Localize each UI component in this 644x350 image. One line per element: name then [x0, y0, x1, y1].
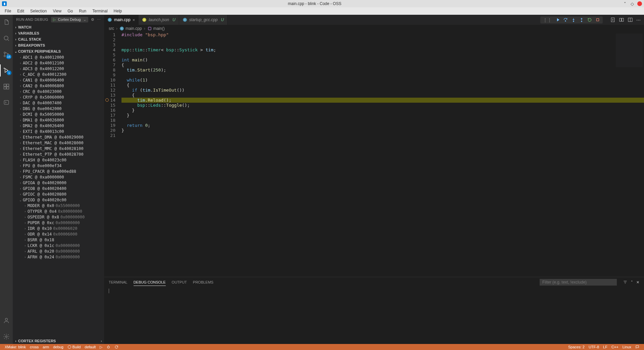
peripheral-dma2[interactable]: ›DMA2 @ 0x40026400 [13, 123, 104, 129]
breadcrumb-file[interactable]: main.cpp [126, 26, 142, 31]
status-cross[interactable]: cross [28, 345, 41, 349]
status-arm[interactable]: arm [41, 345, 51, 349]
menu-selection[interactable]: Selection [28, 8, 49, 14]
peripheral-gpiod[interactable]: ⌄GPIOD @ 0x40020c00 [13, 197, 104, 203]
section-breakpoints[interactable]: › BREAKPOINTS [13, 42, 104, 48]
panel-tab-debug-console[interactable]: DEBUG CONSOLE [134, 279, 166, 286]
section-watch[interactable]: › WATCH [13, 24, 104, 30]
code-content[interactable]: #include "bsp.hpp" mpp::tim::Timer< bsp:… [121, 32, 644, 277]
register-bsrr[interactable]: ›BSRR @ 0x18 [13, 237, 104, 243]
window-close-icon[interactable] [637, 1, 642, 6]
status-feedback-icon[interactable] [633, 345, 641, 349]
breadcrumb-folder[interactable]: src [109, 26, 114, 31]
status-eol[interactable]: LF [601, 345, 609, 349]
settings-gear-icon[interactable] [0, 331, 13, 343]
filter-input[interactable] [540, 279, 617, 286]
editor-body[interactable]: 123456789101112131415161718192021 #inclu… [104, 32, 644, 277]
extra-view-icon[interactable] [0, 97, 13, 109]
step-over-icon[interactable] [563, 17, 568, 22]
register-idr[interactable]: ›IDR @ 0x100x00006020 [13, 226, 104, 231]
section-peripherals[interactable]: ⌄ CORTEX PERIPHERALS [13, 48, 104, 54]
peripheral-fpu_cpacr[interactable]: ›FPU_CPACR @ 0xe000ed88 [13, 168, 104, 174]
status-xmake[interactable]: XMake: blink [3, 345, 28, 349]
peripheral-dac[interactable]: ›DAC @ 0x40007400 [13, 100, 104, 106]
peripheral-dma1[interactable]: ›DMA1 @ 0x40026000 [13, 117, 104, 123]
peripheral-ethernet_ptp[interactable]: ›Ethernet_PTP @ 0x40028700 [13, 151, 104, 157]
peripheral-ethernet_mmc[interactable]: ›Ethernet_MMC @ 0x40028100 [13, 146, 104, 151]
peripheral-gpioa[interactable]: ›GPIOA @ 0x40020000 [13, 180, 104, 186]
section-call-stack[interactable]: › CALL STACK [13, 36, 104, 42]
search-icon[interactable] [0, 32, 13, 44]
peripheral-flash[interactable]: ›FLASH @ 0x40023c00 [13, 157, 104, 163]
peripheral-dcmi[interactable]: ›DCMI @ 0x50050000 [13, 111, 104, 117]
collapse-panel-icon[interactable]: ˄ [631, 280, 633, 285]
peripheral-can1[interactable]: ›CAN1 @ 0x40006400 [13, 77, 104, 83]
tab-launch-json[interactable]: {}launch.jsonU [139, 15, 179, 25]
breadcrumb-function[interactable]: main() [153, 26, 165, 31]
peripheral-ethernet_dma[interactable]: ›Ethernet_DMA @ 0x40029000 [13, 134, 104, 140]
close-icon[interactable]: × [133, 17, 135, 22]
peripheral-fpu[interactable]: ›FPU @ 0xe000ef34 [13, 163, 104, 168]
close-panel-icon[interactable]: ✕ [636, 280, 639, 285]
peripheral-exti[interactable]: ›EXTI @ 0x40013c00 [13, 129, 104, 134]
status-bug-icon[interactable] [104, 345, 112, 349]
export-icon[interactable] [610, 17, 615, 22]
continue-icon[interactable] [555, 17, 560, 22]
gutter[interactable]: 123456789101112131415161718192021 [104, 32, 121, 277]
maximize-icon[interactable]: ◇ [630, 1, 635, 6]
register-lckr[interactable]: ›LCKR @ 0x1c0x00000000 [13, 243, 104, 248]
debug-console-output[interactable] [104, 287, 644, 344]
breadcrumb[interactable]: src › C main.cpp › main() [104, 25, 644, 32]
debug-config-selector[interactable]: ▷ Cortex Debug ⌄ [51, 17, 88, 22]
register-moder[interactable]: ›MODER @ 0x00x55000000 [13, 203, 104, 208]
extensions-icon[interactable] [0, 81, 13, 93]
menu-go[interactable]: Go [65, 8, 76, 14]
status-build[interactable]: Build [65, 345, 83, 349]
split-editor-icon[interactable] [628, 17, 633, 22]
register-otyper[interactable]: ›OTYPER @ 0x40x00000000 [13, 208, 104, 214]
peripheral-fsmc[interactable]: ›FSMC @ 0xa0000000 [13, 174, 104, 180]
more-icon[interactable]: ⋯ [97, 17, 101, 22]
menu-help[interactable]: Help [111, 8, 125, 14]
menu-file[interactable]: File [2, 8, 14, 14]
panel-tab-terminal[interactable]: TERMINAL [109, 279, 128, 286]
register-pupdr[interactable]: ›PUPDR @ 0xc0x00000000 [13, 220, 104, 226]
more-actions-icon[interactable]: ⋯ [636, 17, 641, 22]
peripheral-ethernet_mac[interactable]: ›Ethernet_MAC @ 0x40028000 [13, 140, 104, 146]
drag-handle-icon[interactable]: ⋮⋮ [543, 17, 552, 22]
status-sync-icon[interactable] [112, 345, 120, 349]
peripheral-crc[interactable]: ›CRC @ 0x40023000 [13, 89, 104, 94]
panel-tab-output[interactable]: OUTPUT [172, 279, 187, 286]
menu-terminal[interactable]: Terminal [90, 8, 110, 14]
peripheral-adc3[interactable]: ›ADC3 @ 0x40012200 [13, 66, 104, 71]
peripheral-gpioc[interactable]: ›GPIOC @ 0x40020800 [13, 191, 104, 197]
account-icon[interactable] [0, 314, 13, 327]
tab-startup_gcc-cpp[interactable]: Cstartup_gcc.cppU [179, 15, 228, 25]
step-out-icon[interactable] [579, 17, 584, 22]
register-odr[interactable]: ›ODR @ 0x140x00006000 [13, 231, 104, 237]
source-control-icon[interactable]: 15 [0, 48, 13, 60]
tab-main-cpp[interactable]: Cmain.cpp× [104, 15, 139, 25]
panel-tab-problems[interactable]: PROBLEMS [193, 279, 213, 286]
explorer-icon[interactable] [0, 16, 13, 28]
menu-run[interactable]: Run [76, 8, 89, 14]
step-into-icon[interactable] [571, 17, 576, 22]
peripheral-adc2[interactable]: ›ADC2 @ 0x40012100 [13, 60, 104, 66]
status-debug[interactable]: debug [51, 345, 65, 349]
debug-icon[interactable]: 1 [0, 64, 13, 77]
register-ospeedr[interactable]: ›OSPEEDR @ 0x80x00000000 [13, 214, 104, 220]
menu-edit[interactable]: Edit [14, 8, 27, 14]
peripheral-can2[interactable]: ›CAN2 @ 0x40006800 [13, 83, 104, 89]
register-afrl[interactable]: ›AFRL @ 0x200x00000000 [13, 248, 104, 254]
gear-icon[interactable]: ⚙ [91, 17, 94, 22]
stop-icon[interactable] [595, 17, 600, 22]
filter-settings-icon[interactable] [623, 280, 628, 285]
section-registers[interactable]: › CORTEX REGISTERS › [13, 338, 104, 344]
status-default[interactable]: default [83, 345, 98, 349]
restart-icon[interactable] [587, 17, 592, 22]
peripheral-cryp[interactable]: ›CRYP @ 0x50060000 [13, 94, 104, 100]
breakpoint-marker-icon[interactable] [105, 98, 109, 102]
minimize-icon[interactable]: ˅ [623, 1, 627, 6]
status-language[interactable]: C++ [609, 345, 621, 349]
compare-icon[interactable] [619, 17, 624, 22]
